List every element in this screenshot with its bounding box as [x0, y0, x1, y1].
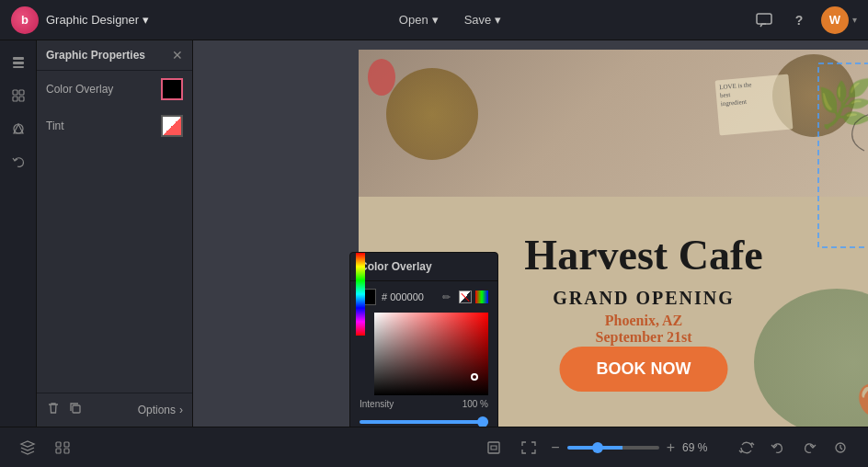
svg-rect-14 — [56, 442, 61, 447]
refresh-button[interactable] — [734, 435, 760, 461]
color-overlay-label: Color Overlay — [46, 83, 113, 96]
bottom-right-icons — [734, 435, 853, 461]
color-overlay-row: Color Overlay — [37, 71, 192, 108]
avatar-chevron: ▾ — [852, 15, 857, 25]
layers-button[interactable] — [15, 435, 40, 461]
tint-row: Tint — [37, 108, 192, 144]
color-picker-area — [350, 313, 497, 395]
app-title-text: Graphic Designer — [46, 13, 139, 27]
props-header: Graphic Properties ✕ — [37, 40, 192, 71]
help-button[interactable]: ? — [786, 7, 812, 33]
intensity-slider-wrap — [350, 409, 497, 427]
right-actions: ? W ▾ — [751, 6, 857, 34]
hex-input[interactable] — [382, 291, 437, 302]
intensity-row: Intensity 100 % — [350, 395, 497, 409]
svg-rect-0 — [757, 14, 771, 24]
svg-rect-4 — [13, 90, 17, 95]
svg-rect-9 — [73, 405, 80, 413]
app-title-chevron: ▾ — [143, 13, 149, 27]
props-title: Graphic Properties — [46, 49, 145, 62]
zoom-slider[interactable] — [567, 446, 659, 450]
svg-rect-17 — [64, 449, 69, 453]
props-close-button[interactable]: ✕ — [172, 48, 183, 63]
svg-point-8 — [14, 124, 23, 133]
zoom-level: 69 % — [682, 441, 715, 454]
svg-rect-3 — [13, 66, 24, 68]
canvas-area[interactable]: 🌿 LOVE is thebestingredient — [193, 40, 868, 427]
left-sidebar — [0, 40, 37, 427]
open-button[interactable]: Open ▾ — [388, 8, 450, 31]
intensity-slider[interactable] — [360, 420, 488, 424]
cafe-location: Phoenix, AZSeptember 21st — [595, 313, 691, 346]
cafe-title: Harvest Cafe — [524, 231, 762, 279]
svg-rect-2 — [13, 62, 24, 64]
options-label: Options — [138, 404, 176, 416]
gradient-picker[interactable] — [374, 313, 488, 395]
zoom-out-button[interactable]: − — [551, 439, 559, 456]
avatar: W — [821, 6, 849, 34]
svg-rect-5 — [19, 90, 24, 95]
intensity-label: Intensity — [360, 399, 394, 409]
svg-rect-16 — [56, 449, 61, 453]
sidebar-icon-grid[interactable] — [4, 81, 33, 110]
sidebar-icon-shapes[interactable] — [4, 114, 33, 143]
gradient-icon[interactable] — [475, 290, 488, 303]
undo-button[interactable] — [765, 435, 791, 461]
gradient-handle[interactable] — [471, 373, 478, 381]
tint-swatch[interactable] — [161, 115, 183, 137]
hue-strip[interactable] — [356, 253, 365, 336]
zoom-controls: − + 69 % — [551, 439, 715, 456]
properties-panel: Graphic Properties ✕ Color Overlay Tint — [37, 40, 193, 427]
svg-rect-15 — [64, 442, 69, 447]
redo-button[interactable] — [796, 435, 822, 461]
grid-button[interactable] — [50, 435, 75, 461]
delete-button[interactable] — [46, 401, 61, 419]
zoom-in-button[interactable]: + — [667, 439, 675, 456]
center-actions: Open ▾ Save ▾ — [388, 8, 512, 31]
comment-button[interactable] — [751, 7, 777, 33]
props-footer: Options › — [37, 393, 192, 427]
svg-rect-18 — [488, 442, 499, 453]
pencil-icon[interactable]: ✏ — [442, 291, 451, 303]
duplicate-button[interactable] — [68, 401, 83, 419]
options-button[interactable]: Options › — [138, 404, 183, 416]
color-overlay-popup-title: Color Overlay — [350, 253, 497, 281]
bottombar: − + 69 % — [0, 427, 868, 467]
color-icons — [459, 290, 488, 303]
expand-button[interactable] — [516, 435, 542, 461]
svg-rect-7 — [19, 97, 24, 101]
frame-fit-button[interactable] — [481, 435, 507, 461]
svg-rect-1 — [13, 57, 24, 60]
cafe-subtitle: GRAND OPENING — [553, 288, 735, 309]
options-chevron: › — [179, 404, 183, 416]
save-button[interactable]: Save ▾ — [453, 8, 513, 31]
sidebar-icon-layers[interactable] — [4, 48, 33, 77]
no-fill-icon[interactable] — [459, 290, 472, 303]
book-now-button[interactable]: BOOK NOW — [560, 347, 728, 392]
history-button[interactable] — [828, 435, 853, 461]
color-overlay-popup: Color Overlay ✏ — [349, 252, 498, 427]
color-overlay-swatch[interactable] — [161, 78, 183, 100]
app-title-container[interactable]: Graphic Designer ▾ — [46, 13, 149, 27]
tint-label: Tint — [46, 120, 64, 132]
sidebar-icon-undo[interactable] — [4, 147, 33, 177]
main-layout: Graphic Properties ✕ Color Overlay Tint — [0, 40, 868, 427]
svg-rect-6 — [13, 97, 17, 101]
intensity-value: 100 % — [463, 399, 488, 409]
topbar: b Graphic Designer ▾ Open ▾ Save ▾ ? W ▾ — [0, 0, 868, 40]
svg-rect-13 — [818, 63, 868, 247]
app-logo: b — [11, 6, 39, 34]
hex-row: ✏ — [350, 281, 497, 309]
